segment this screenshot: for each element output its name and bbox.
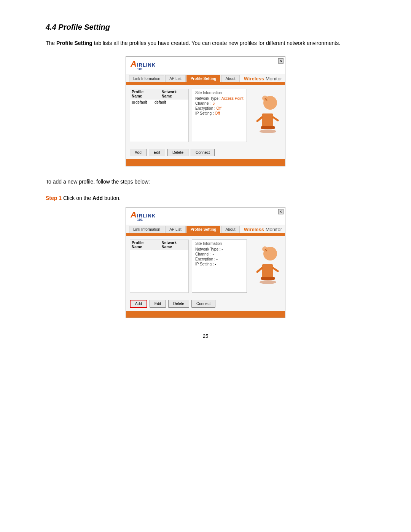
topbar-2: A IRLINK 101 [126,208,285,225]
buttons-row-2: Add Edit Delete Connect [126,297,285,311]
nav-title-2: Wireless Monitor [244,227,282,232]
page-number: 25 [46,333,365,339]
profile-list-1: Profile Name Network Name default defaul… [130,89,189,142]
siteinfo-row-channel-2: Channel : - [195,252,244,256]
svg-rect-12 [261,277,275,280]
step1-text: Step 1 Click on the Add button. [46,195,365,201]
profile-row-1: default default [130,99,188,105]
ui-window-2: ✕ A IRLINK 101 Link Information AP List … [126,207,285,318]
tab-ap-list-1[interactable]: AP List [165,75,186,82]
tab-profile-setting-2[interactable]: Profile Setting [186,226,221,233]
nav-title-1: Wireless Monitor [244,76,282,81]
bottom-bar-1 [126,159,285,166]
antenna-svg-1 [250,94,281,136]
buttons-row-1: Add Edit Delete Connect [126,146,285,159]
logo-101: 101 [137,67,156,71]
connect-button-2[interactable]: Connect [191,300,215,308]
topbar-1: A IRLINK 101 [126,57,285,74]
close-icon[interactable]: ✕ [278,58,284,64]
section-heading: 4.4 Profile Setting [46,23,365,32]
svg-line-6 [273,117,278,120]
delete-button-2[interactable]: Delete [168,300,189,308]
antenna-graphic-1 [250,89,281,142]
siteinfo-row-channel-1: Channel : 6 [195,101,244,105]
svg-rect-4 [261,126,275,129]
svg-line-13 [257,268,262,272]
profile-icon [132,101,135,104]
logo-2: A IRLINK 101 [131,211,156,222]
logo-a: A [131,60,137,68]
siteinfo-title-2: Site Information [195,241,244,246]
logo-1: A IRLINK 101 [131,60,156,71]
siteinfo-title-1: Site Information [195,91,244,95]
body-text: The Profile Setting tab lists all the pr… [46,39,365,47]
siteinfo-row-ipsetting-2: IP Setting : - [195,262,244,266]
profile-header-1: Profile Name Network Name [130,89,188,99]
bottom-bar-2 [126,311,285,318]
connect-button-1[interactable]: Connect [191,149,215,156]
svg-rect-11 [262,264,273,278]
tab-about-1[interactable]: About [221,75,239,82]
site-info-1: Site Information Network Type : Access P… [192,89,247,142]
antenna-graphic-2 [250,240,281,293]
edit-button-1[interactable]: Edit [149,149,165,156]
tab-link-info-1[interactable]: Link Information [129,75,164,82]
logo-a-2: A [131,211,137,219]
tab-link-info-2[interactable]: Link Information [129,226,164,233]
step-intro-text: To add a new profile, follow the steps b… [46,178,365,186]
siteinfo-row-encryption-1: Encryption : Off [195,106,244,110]
svg-rect-3 [262,113,273,127]
svg-line-5 [257,117,262,121]
tab-profile-setting-1[interactable]: Profile Setting [186,75,221,82]
svg-point-15 [260,280,276,284]
content-area-1: Profile Name Network Name default defaul… [126,85,285,146]
logo-101-2: 101 [137,218,156,222]
delete-button-1[interactable]: Delete [167,149,188,156]
siteinfo-row-encryption-2: Encryption : - [195,257,244,261]
content-area-2: Profile Name Network Name Site Informati… [126,236,285,297]
svg-line-14 [273,268,278,271]
nav-tabs-1: Link Information AP List Profile Setting… [126,74,285,83]
site-info-2: Site Information Network Type : - Channe… [192,240,247,293]
profile-list-2: Profile Name Network Name [130,240,189,293]
add-button-1[interactable]: Add [130,149,147,156]
siteinfo-row-nettype-1: Network Type : Access Point [195,96,244,101]
add-button-2[interactable]: Add [130,300,147,308]
profile-header-2: Profile Name Network Name [130,240,188,250]
nav-tabs-2: Link Information AP List Profile Setting… [126,225,285,234]
ui-window-1: ✕ A IRLINK 101 Link Information AP List … [126,56,285,166]
tab-ap-list-2[interactable]: AP List [165,226,186,233]
siteinfo-row-ipsetting-1: IP Setting : Off [195,111,244,115]
svg-point-7 [260,129,276,133]
close-icon-2[interactable]: ✕ [278,209,284,214]
edit-button-2[interactable]: Edit [150,300,166,308]
antenna-svg-2 [250,245,281,287]
tab-about-2[interactable]: About [221,226,239,233]
siteinfo-row-nettype-2: Network Type : - [195,247,244,251]
